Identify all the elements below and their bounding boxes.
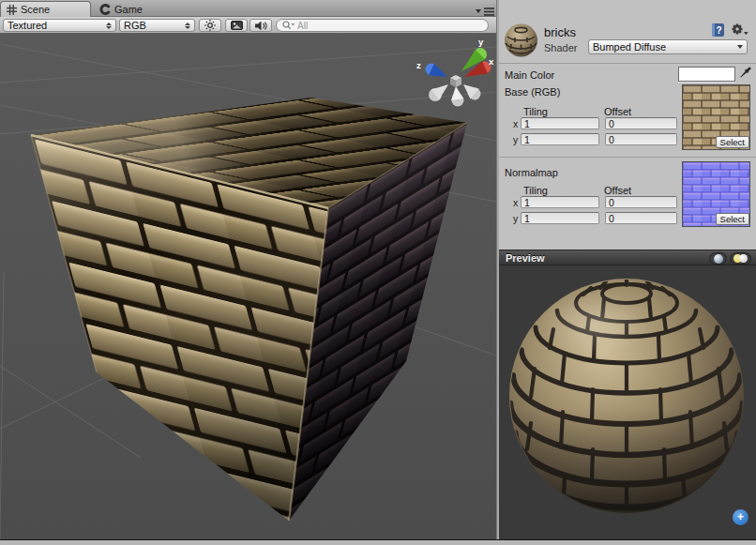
base-row-x-label: x <box>513 118 518 129</box>
separator <box>499 157 756 158</box>
shader-label: Shader <box>544 42 577 53</box>
shader-value: Bumped Diffuse <box>593 41 733 53</box>
base-offset-header: Offset <box>604 106 631 117</box>
normal-tiling-header: Tiling <box>523 185 548 196</box>
gear-icon[interactable] <box>731 23 748 39</box>
scene-tabbar: Scene Game <box>0 0 496 17</box>
scene-pane-menu-icon[interactable] <box>476 4 494 14</box>
base-select-button[interactable]: Select <box>716 136 749 148</box>
svg-text:?: ? <box>717 25 722 36</box>
scene-toolbar: Textured RGB <box>0 17 496 34</box>
preview-title: Preview <box>506 252 545 264</box>
preview-lighting-button[interactable] <box>730 252 751 265</box>
normal-row-x-label: x <box>513 197 518 208</box>
help-icon[interactable]: ? <box>711 23 725 39</box>
material-name: bricks <box>544 25 576 39</box>
sun-icon <box>204 20 216 31</box>
normal-map-label: Normalmap <box>505 167 558 178</box>
tab-game[interactable]: Game <box>94 1 159 17</box>
normal-row-y-label: y <box>513 213 518 224</box>
base-texture-thumbnail[interactable]: Select <box>682 84 750 150</box>
eyedropper-icon[interactable] <box>738 65 753 83</box>
chevron-down-icon <box>737 45 743 49</box>
normal-offset-y-input[interactable] <box>605 212 677 224</box>
material-preview-thumbnail <box>504 23 538 60</box>
sphere-icon <box>714 254 723 264</box>
preview-sphere-button[interactable] <box>709 252 727 265</box>
base-offset-y-input[interactable] <box>605 133 677 145</box>
base-tiling-x-input[interactable] <box>521 117 599 129</box>
scene-lighting-toggle[interactable] <box>199 19 221 32</box>
search-icon <box>282 21 295 30</box>
scene-viewport[interactable]: y x z <box>0 34 496 539</box>
normalmap-select-button[interactable]: Select <box>716 213 749 225</box>
game-icon <box>99 4 111 15</box>
base-map-label: Base (RGB) <box>505 86 560 98</box>
tab-scene-label: Scene <box>21 4 50 15</box>
gizmo-x-label: x <box>489 56 494 67</box>
base-tiling-y-input[interactable] <box>521 133 599 145</box>
base-row-y-label: y <box>513 134 518 145</box>
image-icon <box>231 21 243 30</box>
gizmo-y-label: y <box>478 37 484 47</box>
preview-sphere <box>509 279 744 513</box>
preview-add-button[interactable]: + <box>733 509 748 525</box>
window-bottom-edge <box>0 539 756 545</box>
speaker-icon <box>255 21 267 31</box>
base-offset-x-input[interactable] <box>605 117 677 129</box>
scene-search-field[interactable] <box>276 19 489 32</box>
normal-offset-header: Offset <box>604 185 631 196</box>
color-mode-dropdown[interactable]: RGB <box>119 19 195 32</box>
scene-fx-toggle[interactable] <box>225 19 248 32</box>
normal-offset-x-input[interactable] <box>605 196 677 208</box>
unity-editor-window: Scene Game Textured RGB <box>0 0 756 545</box>
normalmap-texture-thumbnail[interactable]: Select <box>682 161 750 227</box>
gizmo-z-label: z <box>416 60 421 70</box>
separator <box>499 63 756 64</box>
normal-tiling-x-input[interactable] <box>521 196 599 208</box>
draw-mode-dropdown[interactable]: Textured <box>3 19 116 32</box>
light-white-icon <box>739 254 748 263</box>
updown-arrows-icon <box>185 23 190 29</box>
normal-tiling-y-input[interactable] <box>521 212 599 224</box>
tab-game-label: Game <box>114 4 143 15</box>
base-tiling-header: Tiling <box>523 106 548 117</box>
inspector-panel: bricks Shader Bumped Diffuse ? <box>499 0 756 539</box>
draw-mode-value: Textured <box>8 20 102 31</box>
updown-arrows-icon <box>106 23 112 29</box>
scene-audio-toggle[interactable] <box>249 19 272 32</box>
main-color-swatch[interactable] <box>678 67 735 82</box>
preview-header[interactable]: Preview <box>499 250 756 265</box>
main-color-label: Main Color <box>505 69 554 81</box>
color-mode-value: RGB <box>124 20 181 31</box>
tab-scene[interactable]: Scene <box>0 1 91 17</box>
shader-dropdown[interactable]: Bumped Diffuse <box>588 39 748 54</box>
search-input[interactable] <box>297 21 457 31</box>
scene-grid-icon <box>7 5 17 15</box>
material-preview-area[interactable]: + <box>499 265 756 539</box>
